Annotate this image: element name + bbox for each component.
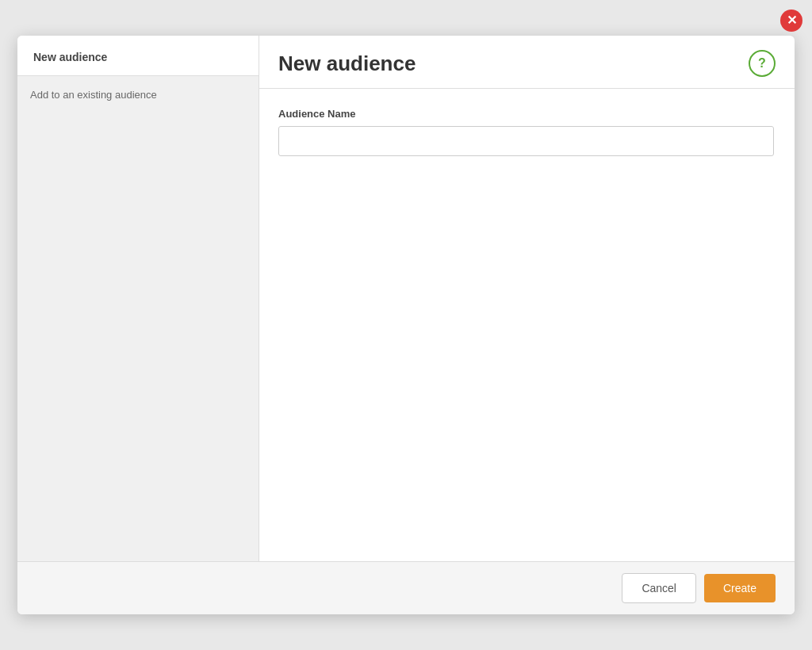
page-title: New audience bbox=[278, 52, 416, 76]
create-button[interactable]: Create bbox=[704, 574, 776, 602]
dialog-footer: Cancel Create bbox=[17, 561, 795, 614]
close-button[interactable]: ✕ bbox=[780, 10, 802, 32]
sidebar-content: Add to an existing audience bbox=[17, 76, 259, 561]
sidebar-title: New audience bbox=[33, 51, 107, 63]
help-button[interactable]: ? bbox=[749, 50, 776, 77]
sidebar-header: New audience bbox=[17, 36, 259, 76]
dialog: New audience Add to an existing audience… bbox=[17, 36, 795, 614]
audience-name-label: Audience Name bbox=[278, 108, 776, 120]
audience-name-input[interactable] bbox=[278, 126, 774, 156]
cancel-button[interactable]: Cancel bbox=[622, 573, 696, 603]
main-body: Audience Name bbox=[259, 89, 795, 561]
main-header: New audience ? bbox=[259, 36, 795, 89]
sidebar-item-add-existing[interactable]: Add to an existing audience bbox=[30, 89, 157, 101]
main-content: New audience ? Audience Name bbox=[259, 36, 795, 561]
sidebar: New audience Add to an existing audience bbox=[17, 36, 259, 561]
dialog-inner: New audience Add to an existing audience… bbox=[17, 36, 795, 561]
